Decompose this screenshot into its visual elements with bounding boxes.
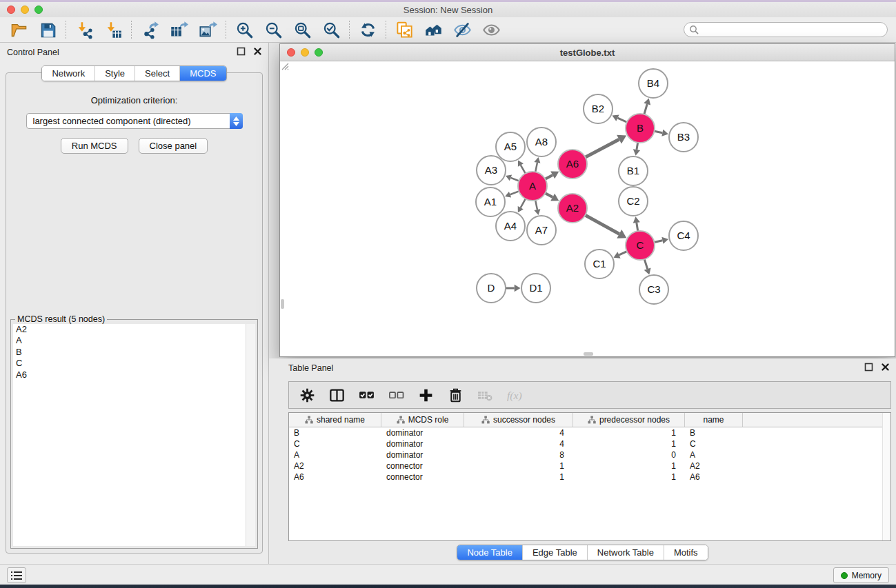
graphics-details-button[interactable] — [481, 19, 501, 40]
graph-edge-C-C2[interactable] — [633, 216, 640, 231]
network-window-titlebar[interactable]: testGlobe.txt — [280, 44, 895, 61]
graph-node-A3[interactable]: A3 — [477, 156, 506, 185]
zoom-fit-button[interactable] — [292, 19, 312, 40]
tab-edge-table[interactable]: Edge Table — [523, 545, 588, 560]
mcds-list-scrollbar[interactable] — [246, 324, 255, 546]
memory-button[interactable]: Memory — [833, 567, 889, 583]
graph-node-C3[interactable]: C3 — [639, 275, 668, 304]
table-scrollbar[interactable] — [882, 413, 890, 540]
tab-node-table[interactable]: Node Table — [457, 545, 523, 560]
tab-network[interactable]: Network — [42, 66, 95, 81]
graph-node-A7[interactable]: A7 — [527, 216, 556, 245]
table-row[interactable]: Cdominator41C — [289, 438, 890, 449]
graph-edge-A-A6[interactable] — [545, 171, 559, 179]
graph-edge-A-A5[interactable] — [518, 161, 526, 174]
graph-edge-A-A4[interactable] — [518, 199, 526, 212]
export-network-button[interactable] — [139, 19, 160, 40]
mcds-result-list[interactable]: A2ABCA6 — [13, 324, 255, 546]
run-mcds-button[interactable]: Run MCDS — [61, 138, 128, 154]
mcds-result-item[interactable]: C — [13, 358, 255, 369]
close-panel-icon[interactable] — [252, 46, 263, 57]
split-panel-button[interactable] — [327, 385, 346, 405]
graph-node-B[interactable]: B — [626, 114, 655, 143]
mcds-result-item[interactable]: B — [13, 347, 255, 358]
canvas-vscroll-thumb[interactable] — [281, 299, 284, 309]
export-table-button[interactable] — [168, 19, 189, 40]
graph-node-C[interactable]: C — [626, 231, 655, 260]
close-table-panel-icon[interactable] — [880, 362, 890, 372]
graph-edge-A6-B[interactable] — [586, 135, 627, 157]
float-table-panel-icon[interactable] — [864, 362, 874, 372]
graph-node-A8[interactable]: A8 — [527, 128, 556, 156]
graph-node-D[interactable]: D — [477, 274, 506, 303]
graph-node-B2[interactable]: B2 — [584, 94, 613, 123]
save-session-button[interactable] — [37, 19, 58, 40]
table-row[interactable]: A2connector11A2 — [289, 460, 890, 472]
network-canvas[interactable]: B4B2BB3A8A5A6A3B1AC2A1A2A4A7C4CC1DD1C3 — [280, 61, 895, 356]
graph-edge-A-A7[interactable] — [534, 201, 540, 215]
select-all-columns-button[interactable] — [357, 385, 376, 405]
tab-mcds[interactable]: MCDS — [180, 66, 226, 81]
import-network-button[interactable] — [74, 19, 94, 40]
graph-node-A2[interactable]: A2 — [558, 194, 587, 223]
graph-node-C4[interactable]: C4 — [669, 221, 698, 250]
graph-node-A6[interactable]: A6 — [558, 150, 587, 179]
import-table-button[interactable] — [103, 19, 123, 40]
refresh-button[interactable] — [357, 19, 378, 40]
search-input[interactable] — [684, 22, 888, 37]
create-column-button[interactable] — [416, 385, 435, 405]
graph-edge-A-A3[interactable] — [506, 175, 519, 181]
graph-node-B1[interactable]: B1 — [619, 156, 648, 185]
graph-node-C1[interactable]: C1 — [585, 250, 614, 278]
graph-edge-C-C3[interactable] — [644, 259, 651, 274]
tab-motifs[interactable]: Motifs — [664, 545, 708, 560]
export-image-button[interactable] — [197, 19, 218, 40]
graph-edge-B-B4[interactable] — [644, 99, 650, 114]
delete-columns-button[interactable] — [446, 385, 465, 405]
column-header-predecessor-nodes[interactable]: predecessor nodes — [573, 413, 685, 427]
column-header-shared-name[interactable]: shared name — [289, 413, 381, 427]
graph-edge-C-C1[interactable] — [613, 252, 626, 258]
graph-edge-C-C4[interactable] — [654, 237, 668, 244]
task-history-button[interactable] — [7, 567, 26, 583]
tab-select[interactable]: Select — [135, 66, 180, 81]
graph-edge-A-A1[interactable] — [505, 191, 519, 197]
graph-node-B3[interactable]: B3 — [669, 123, 698, 152]
graph-node-B4[interactable]: B4 — [639, 69, 668, 98]
table-row[interactable]: Adominator80A — [289, 449, 890, 460]
graph-node-D1[interactable]: D1 — [521, 274, 550, 303]
graph-edge-B-B3[interactable] — [655, 130, 668, 136]
deselect-all-columns-button[interactable] — [386, 385, 406, 405]
table-row[interactable]: Bdominator41B — [289, 427, 890, 438]
zoom-out-button[interactable] — [263, 19, 283, 40]
mcds-result-item[interactable]: A — [13, 335, 255, 346]
zoom-in-button[interactable] — [234, 19, 255, 40]
table-settings-button[interactable] — [297, 385, 317, 405]
float-panel-icon[interactable] — [236, 46, 246, 57]
canvas-hscroll-thumb[interactable] — [584, 352, 593, 356]
graph-node-A1[interactable]: A1 — [476, 187, 505, 216]
graph-node-A[interactable]: A — [518, 172, 547, 201]
graph-node-A5[interactable]: A5 — [496, 132, 525, 161]
graph-edge-A2-C[interactable] — [585, 215, 626, 239]
graph-edge-B-B2[interactable] — [612, 114, 626, 122]
column-header-successor-nodes[interactable]: successor nodes — [464, 413, 573, 427]
graph-node-C2[interactable]: C2 — [619, 187, 648, 216]
close-panel-button[interactable]: Close panel — [139, 138, 208, 154]
zoom-selected-button[interactable] — [321, 19, 341, 40]
graph-edge-D-D1[interactable] — [506, 285, 521, 292]
hide-panels-button[interactable] — [452, 19, 472, 40]
graph-edge-A-A8[interactable] — [534, 157, 540, 172]
tab-network-table[interactable]: Network Table — [588, 545, 664, 560]
home-view-button[interactable] — [423, 19, 444, 40]
resize-grip-icon[interactable] — [280, 61, 289, 70]
column-header-name[interactable]: name — [685, 413, 743, 427]
mcds-result-item[interactable]: A6 — [13, 369, 255, 381]
graph-node-A4[interactable]: A4 — [496, 212, 525, 241]
table-row[interactable]: A6connector11A6 — [289, 472, 890, 483]
graph-edge-B-B1[interactable] — [633, 143, 640, 156]
criterion-select[interactable]: largest connected component (directed) — [26, 113, 243, 129]
tab-style[interactable]: Style — [95, 66, 135, 81]
column-header-MCDS-role[interactable]: MCDS role — [381, 413, 464, 427]
open-session-button[interactable] — [8, 19, 29, 40]
